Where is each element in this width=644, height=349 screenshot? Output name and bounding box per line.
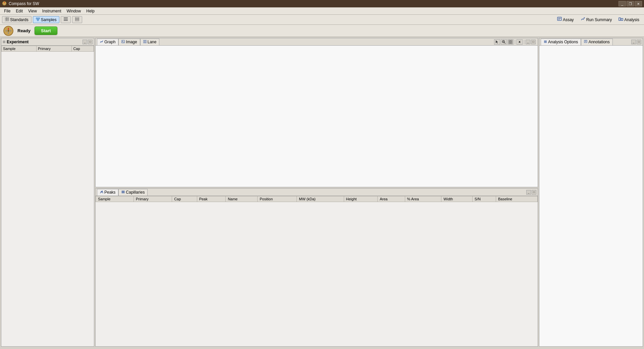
tab-peaks[interactable]: Peaks (97, 189, 118, 196)
samples-icon (36, 17, 40, 22)
close-button[interactable]: ✕ (635, 1, 642, 6)
peaks-panel: Peaks Capillaries _ (95, 188, 538, 347)
peaks-table-wrap: Sample Primary Cap Peak Name Position MW… (96, 196, 538, 346)
tab-annotations[interactable]: Annotations (581, 39, 612, 45)
peaks-col-baseline: Baseline (496, 196, 537, 202)
svg-rect-39 (511, 40, 512, 42)
run-summary-label: Run Summary (586, 17, 612, 22)
experiment-panel-header: ⊞ Experiment _ □ (1, 38, 94, 46)
lane-tab-label: Lane (148, 40, 157, 44)
graph-ctrl-sep2 (524, 40, 524, 44)
svg-rect-14 (75, 18, 79, 19)
menu-view[interactable]: View (25, 8, 40, 14)
graph-controls: X _ □ (494, 39, 536, 45)
right-tabs-left: Analysis Options Annotations (541, 39, 613, 45)
svg-rect-13 (75, 17, 79, 18)
peaks-panel-minimize[interactable]: _ (526, 190, 531, 195)
samples-label: Samples (41, 17, 57, 22)
right-panel-maximize[interactable]: □ (637, 40, 641, 44)
experiment-panel: ⊞ Experiment _ □ Sample Primary Cap (1, 38, 94, 347)
standards-button[interactable]: Standards (2, 16, 32, 23)
col-cap: Cap (72, 46, 94, 52)
title-bar: Compass for SW _ ❐ ✕ (0, 0, 644, 7)
capillaries-tab-label: Capillaries (126, 190, 145, 195)
experiment-body: Sample Primary Cap (1, 46, 94, 346)
cursor-tool-button[interactable] (494, 39, 500, 45)
peaks-icon (100, 190, 103, 195)
experiment-table: Sample Primary Cap (1, 46, 94, 52)
analysis-options-label: Analysis Options (548, 40, 578, 44)
menu-edit[interactable]: Edit (13, 8, 25, 14)
svg-point-20 (584, 17, 585, 18)
assay-icon (557, 17, 562, 22)
svg-point-28 (8, 30, 9, 32)
run-summary-button[interactable]: Run Summary (578, 16, 615, 23)
peaks-col-sample: Sample (96, 196, 134, 202)
start-button[interactable]: Start (35, 27, 57, 35)
assay-label: Assay (563, 17, 574, 22)
experiment-minimize-button[interactable]: _ (83, 40, 87, 44)
experiment-icon: ⊞ (3, 40, 5, 44)
restore-button[interactable]: ❐ (627, 1, 634, 6)
tab-capillaries[interactable]: Capillaries (118, 189, 148, 196)
menu-window[interactable]: Window (64, 8, 84, 14)
fit-button[interactable] (507, 39, 514, 45)
svg-rect-31 (144, 40, 145, 43)
graph-panel-maximize[interactable]: □ (531, 40, 536, 44)
svg-rect-38 (509, 40, 510, 42)
tab-analysis-options[interactable]: Analysis Options (541, 39, 581, 45)
peaks-panel-controls: _ □ (526, 190, 536, 195)
peaks-col-width: Width (441, 196, 472, 202)
menu-file[interactable]: File (1, 8, 13, 14)
peaks-panel-maximize[interactable]: □ (532, 190, 536, 195)
x-axis-button[interactable]: X (517, 39, 523, 45)
experiment-header-controls: _ □ (83, 40, 93, 44)
menu-help[interactable]: Help (84, 8, 97, 14)
peaks-col-name: Name (226, 196, 258, 202)
peaks-col-mw: MW (kDa) (297, 196, 344, 202)
standards-label: Standards (10, 17, 29, 22)
graph-panel-minimize[interactable]: _ (526, 40, 530, 44)
graph-toolbar: Graph Image (96, 38, 538, 46)
right-panel-minimize[interactable]: _ (631, 40, 636, 44)
experiment-table-head: Sample Primary Cap (2, 46, 94, 52)
svg-point-8 (38, 18, 40, 19)
assay-button[interactable]: Assay (554, 16, 577, 23)
svg-rect-32 (145, 40, 146, 43)
standards-icon (5, 17, 9, 22)
experiment-title: Experiment (7, 40, 29, 44)
svg-rect-11 (64, 19, 68, 19)
peaks-tabs: Peaks Capillaries (97, 189, 148, 196)
svg-point-30 (122, 41, 123, 42)
lane-tab-icon (143, 40, 147, 44)
svg-rect-4 (7, 17, 9, 19)
zoom-tool-button[interactable] (501, 39, 507, 45)
tab-lane[interactable]: Lane (140, 39, 160, 45)
tab-image[interactable]: Image (118, 39, 140, 45)
minimize-button[interactable]: _ (619, 1, 626, 6)
svg-rect-41 (511, 42, 512, 44)
peaks-tab-label: Peaks (104, 190, 115, 195)
experiment-maximize-button[interactable]: □ (88, 40, 93, 44)
analysis-button[interactable]: Analysis (616, 16, 642, 23)
menu-instrument[interactable]: Instrument (40, 8, 64, 14)
peaks-col-position: Position (258, 196, 297, 202)
peaks-col-cap: Cap (172, 196, 197, 202)
graph-ctrl-sep1 (515, 40, 515, 44)
image-tab-icon (121, 40, 125, 44)
title-bar-controls: _ ❐ ✕ (619, 1, 642, 6)
toolbar: Standards Samples (0, 15, 644, 25)
detail-view-button[interactable] (72, 16, 82, 23)
main-layout: ⊞ Experiment _ □ Sample Primary Cap (0, 37, 644, 348)
svg-marker-33 (496, 40, 498, 44)
window-title: Compass for SW (9, 1, 39, 6)
menu-bar: File Edit View Instrument Window Help (0, 7, 644, 15)
peaks-toolbar: Peaks Capillaries _ (96, 189, 538, 196)
svg-rect-47 (544, 42, 547, 43)
run-summary-icon (581, 17, 585, 22)
list-view-button[interactable] (61, 16, 71, 23)
center-panel: Graph Image (95, 38, 538, 347)
samples-button[interactable]: Samples (33, 16, 60, 23)
analysis-icon (619, 17, 623, 22)
tab-graph[interactable]: Graph (97, 39, 118, 45)
